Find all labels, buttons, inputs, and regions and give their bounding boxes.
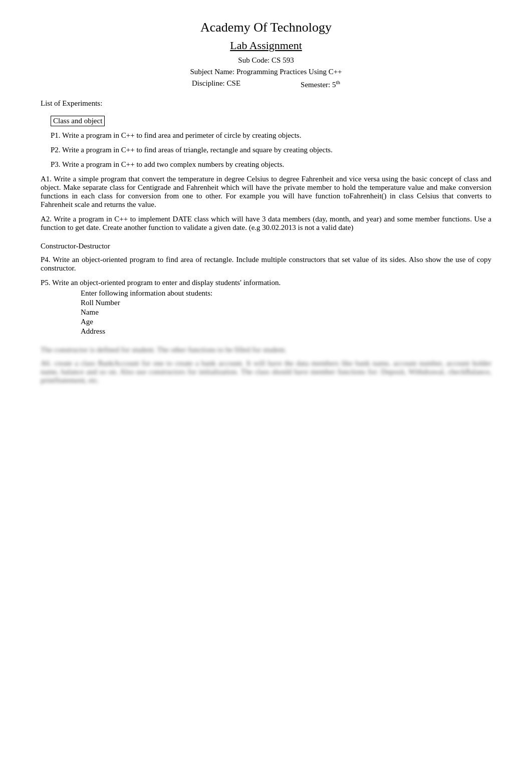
sublist-item-2: Name	[81, 308, 491, 317]
discipline: Discipline: CSE	[192, 79, 240, 89]
subject-name: Subject Name: Programming Practices Usin…	[41, 68, 491, 76]
discipline-semester-row: Discipline: CSE Semester: 5th	[41, 79, 491, 89]
experiment-a2: A2. Write a program in C++ to implement …	[41, 215, 491, 232]
list-experiments-label: List of Experiments:	[41, 99, 491, 108]
experiment-p3: P3. Write a program in C++ to add two co…	[51, 160, 491, 169]
section-class-object: Class and object P1. Write a program in …	[41, 116, 491, 232]
experiment-p1: P1. Write a program in C++ to find area …	[51, 131, 491, 140]
experiment-a1: A1. Write a simple program that convert …	[41, 175, 491, 209]
experiment-p5: P5. Write an object-oriented program to …	[41, 279, 491, 336]
institution-title: Academy Of Technology	[41, 20, 491, 35]
sublist-item-4: Address	[81, 327, 491, 336]
sublist-item-3: Age	[81, 318, 491, 326]
sublist-item-0: Enter following information about studen…	[81, 289, 491, 298]
experiment-p4: P4. Write an object-oriented program to …	[41, 255, 491, 273]
experiment-p2: P2. Write a program in C++ to find areas…	[51, 146, 491, 154]
section-heading-class-object: Class and object	[51, 116, 105, 126]
page: Academy Of Technology Lab Assignment Sub…	[41, 20, 491, 385]
sub-code: Sub Code: CS 593	[41, 56, 491, 65]
section-constructor-destructor: Constructor-Destructor P4. Write an obje…	[41, 242, 491, 336]
blurred-line-2: A6. create a class BankAccount for one t…	[41, 359, 491, 385]
lab-assignment-title: Lab Assignment	[41, 39, 491, 52]
section-heading-constructor-destructor: Constructor-Destructor	[41, 242, 110, 250]
sublist-item-1: Roll Number	[81, 299, 491, 307]
header: Academy Of Technology Lab Assignment Sub…	[41, 20, 491, 89]
semester: Semester: 5th	[301, 79, 340, 89]
blurred-line-1: The constructor is defined for student. …	[41, 346, 491, 354]
p5-sublist: Enter following information about studen…	[81, 289, 491, 336]
